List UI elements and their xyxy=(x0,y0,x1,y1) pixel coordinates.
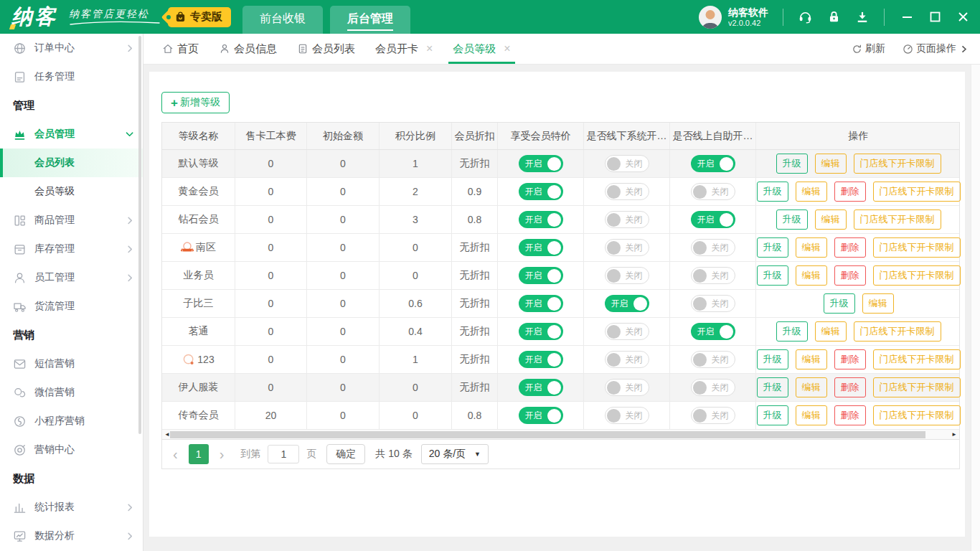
toggle-special-price[interactable]: 开启 xyxy=(519,351,563,368)
prev-page-button[interactable]: ‹ xyxy=(169,447,182,461)
toggle-special-price[interactable]: 开启 xyxy=(519,155,563,172)
horizontal-scrollbar[interactable]: ◄ ► xyxy=(162,430,959,440)
next-page-button[interactable]: › xyxy=(216,447,228,461)
op-upgrade-button[interactable]: 升级 xyxy=(776,209,808,230)
op-edit-button[interactable]: 编辑 xyxy=(796,377,827,397)
toggle-special-price[interactable]: 开启 xyxy=(519,407,563,424)
sidebar-item-11[interactable]: 短信营销 xyxy=(0,349,143,378)
sidebar-item-7[interactable]: 库存管理 xyxy=(0,235,143,263)
edition-badge[interactable]: 专卖版 xyxy=(168,7,231,27)
toggle-offline-open[interactable]: 开启 xyxy=(605,295,649,312)
tab-2[interactable]: 会员列表 xyxy=(287,34,365,64)
sidebar-item-12[interactable]: 微信营销 xyxy=(0,378,143,407)
op-upgrade-button[interactable]: 升级 xyxy=(757,349,788,369)
sidebar-subitem-4[interactable]: 会员列表 xyxy=(0,149,143,177)
scroll-right-arrow-icon[interactable]: ► xyxy=(951,432,957,438)
op-upgrade-button[interactable]: 升级 xyxy=(757,377,788,397)
tab-3[interactable]: 会员开卡× xyxy=(365,34,443,64)
goto-page-input[interactable] xyxy=(268,445,299,463)
current-page-button[interactable]: 1 xyxy=(189,444,209,464)
op-upgrade-button[interactable]: 升级 xyxy=(776,154,808,174)
op-upgrade-button[interactable]: 升级 xyxy=(757,405,788,425)
op-delete-button[interactable]: 删除 xyxy=(834,237,866,258)
toggle-offline-open[interactable]: 关闭 xyxy=(605,155,649,172)
op-limit-button[interactable]: 门店线下开卡限制 xyxy=(873,377,961,397)
close-tab-icon[interactable]: × xyxy=(426,43,433,55)
tab-4[interactable]: 会员等级× xyxy=(443,34,520,64)
toggle-special-price[interactable]: 开启 xyxy=(519,239,563,256)
op-upgrade-button[interactable]: 升级 xyxy=(757,237,788,258)
headset-icon[interactable] xyxy=(798,9,813,24)
sidebar-item-8[interactable]: 员工管理 xyxy=(0,263,143,292)
op-limit-button[interactable]: 门店线下开卡限制 xyxy=(873,182,961,202)
op-delete-button[interactable]: 删除 xyxy=(834,349,866,369)
op-limit-button[interactable]: 门店线下开卡限制 xyxy=(854,321,941,342)
op-upgrade-button[interactable]: 升级 xyxy=(757,182,788,202)
op-delete-button[interactable]: 删除 xyxy=(834,405,866,425)
lock-icon[interactable] xyxy=(827,10,841,24)
minimize-icon[interactable] xyxy=(902,11,913,22)
close-tab-icon[interactable]: × xyxy=(504,43,510,55)
op-upgrade-button[interactable]: 升级 xyxy=(757,265,788,286)
sidebar-item-17[interactable]: 数据分析 xyxy=(0,522,143,550)
op-edit-button[interactable]: 编辑 xyxy=(815,209,847,230)
sidebar-scrollbar-thumb[interactable] xyxy=(138,36,141,434)
op-edit-button[interactable]: 编辑 xyxy=(796,349,827,369)
maximize-icon[interactable] xyxy=(930,11,941,22)
sidebar-item-14[interactable]: 营销中心 xyxy=(0,435,143,464)
toggle-online-open[interactable]: 关闭 xyxy=(691,239,735,256)
op-limit-button[interactable]: 门店线下开卡限制 xyxy=(854,154,941,174)
page-size-select[interactable]: 20 条/页 ▼ xyxy=(421,444,489,464)
op-edit-button[interactable]: 编辑 xyxy=(796,182,827,202)
toggle-offline-open[interactable]: 关闭 xyxy=(605,323,649,340)
op-edit-button[interactable]: 编辑 xyxy=(796,237,827,258)
toggle-online-open[interactable]: 关闭 xyxy=(691,379,735,396)
toggle-online-open[interactable]: 关闭 xyxy=(691,295,735,312)
toggle-special-price[interactable]: 开启 xyxy=(519,183,563,200)
op-edit-button[interactable]: 编辑 xyxy=(815,154,847,174)
sidebar-item-6[interactable]: 商品管理 xyxy=(0,206,143,235)
sidebar-item-13[interactable]: 小程序营销 xyxy=(0,407,143,435)
add-level-button[interactable]: + 新增等级 xyxy=(161,92,230,113)
close-icon[interactable] xyxy=(958,11,969,22)
op-limit-button[interactable]: 门店线下开卡限制 xyxy=(873,349,961,369)
tab-1[interactable]: 会员信息 xyxy=(209,34,287,64)
toggle-special-price[interactable]: 开启 xyxy=(519,379,563,396)
toggle-special-price[interactable]: 开启 xyxy=(519,267,563,284)
toggle-offline-open[interactable]: 关闭 xyxy=(605,267,649,284)
refresh-button[interactable]: 刷新 xyxy=(852,42,885,55)
op-limit-button[interactable]: 门店线下开卡限制 xyxy=(873,405,961,425)
toggle-offline-open[interactable]: 关闭 xyxy=(605,379,649,396)
toggle-online-open[interactable]: 关闭 xyxy=(691,407,735,424)
op-limit-button[interactable]: 门店线下开卡限制 xyxy=(873,237,961,258)
download-icon[interactable] xyxy=(855,10,870,24)
confirm-page-button[interactable]: 确定 xyxy=(326,444,365,464)
toggle-special-price[interactable]: 开启 xyxy=(519,323,563,340)
toggle-online-open[interactable]: 开启 xyxy=(691,155,735,172)
sidebar-item-0[interactable]: 订单中心 xyxy=(0,34,143,62)
op-edit-button[interactable]: 编辑 xyxy=(862,293,894,314)
sidebar-item-9[interactable]: 货流管理 xyxy=(0,292,143,321)
op-limit-button[interactable]: 门店线下开卡限制 xyxy=(873,265,961,286)
sidebar-item-3[interactable]: 会员管理 xyxy=(0,120,143,149)
toggle-special-price[interactable]: 开启 xyxy=(519,211,563,228)
toggle-offline-open[interactable]: 关闭 xyxy=(605,351,649,368)
tab-0[interactable]: 首页 xyxy=(152,34,209,64)
toggle-offline-open[interactable]: 关闭 xyxy=(605,183,649,200)
op-delete-button[interactable]: 删除 xyxy=(834,377,866,397)
toggle-online-open[interactable]: 开启 xyxy=(691,211,735,228)
toggle-special-price[interactable]: 开启 xyxy=(519,295,563,312)
horizontal-scrollbar-thumb[interactable] xyxy=(170,431,925,438)
op-upgrade-button[interactable]: 升级 xyxy=(776,321,808,342)
sidebar-subitem-5[interactable]: 会员等级 xyxy=(0,177,143,206)
sidebar-item-1[interactable]: 任务管理 xyxy=(0,62,143,91)
op-edit-button[interactable]: 编辑 xyxy=(796,405,827,425)
op-edit-button[interactable]: 编辑 xyxy=(815,321,847,342)
op-edit-button[interactable]: 编辑 xyxy=(796,265,827,286)
user-block[interactable]: 纳客软件 v2.0.0.42 xyxy=(699,6,768,29)
scroll-left-arrow-icon[interactable]: ◄ xyxy=(164,432,170,438)
op-delete-button[interactable]: 删除 xyxy=(834,182,866,202)
header-mode-tab-1[interactable]: 后台管理 xyxy=(330,6,410,34)
header-mode-tab-0[interactable]: 前台收银 xyxy=(242,6,323,34)
toggle-offline-open[interactable]: 关闭 xyxy=(605,407,649,424)
